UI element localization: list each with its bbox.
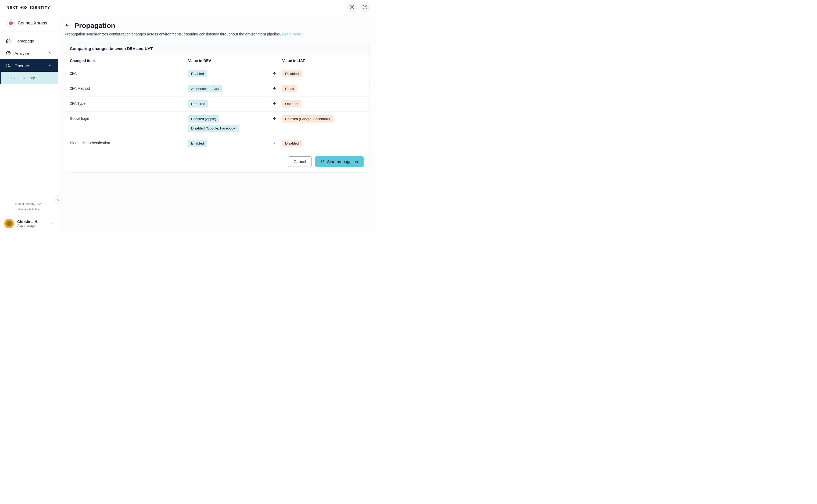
header-actions xyxy=(347,3,370,12)
changed-item-name: Social login xyxy=(70,115,188,121)
start-propagation-label: Start propagation xyxy=(327,159,358,164)
table-header: Changed item Value in DEV Value in UAT xyxy=(65,55,369,66)
table-row: Social loginEnabled (Apple)Disabled (Goo… xyxy=(65,111,369,136)
uat-value-badge: Email xyxy=(282,85,297,92)
dev-value-badge: Disabled (Google, Facebook) xyxy=(188,125,239,132)
uat-values: Disabled xyxy=(282,140,365,147)
chevron-left-icon xyxy=(56,198,60,202)
changed-item-name: 2FA xyxy=(70,70,188,75)
app-header: NEXT IDENTITY xyxy=(0,0,376,15)
copyright-text: © Next Identity, 2023. xyxy=(2,201,56,207)
avatar xyxy=(4,219,14,228)
brand-logo: NEXT IDENTITY xyxy=(6,5,50,10)
back-button[interactable] xyxy=(65,23,70,29)
arrow-right-icon xyxy=(266,100,282,106)
uat-values: Optional xyxy=(282,100,365,107)
main-content: Propagation Propagation synchronizes con… xyxy=(58,15,376,232)
card-title: Comparing changes between DEV and UAT xyxy=(65,42,369,55)
svg-point-3 xyxy=(351,6,353,8)
card-footer: Cancel Start propagation xyxy=(65,151,369,172)
dev-values: Required xyxy=(188,100,266,107)
uat-values: Disabled xyxy=(282,70,365,77)
table-row: 2FAEnabledDisabled xyxy=(65,66,369,81)
home-icon xyxy=(6,38,11,43)
logo-text-next: NEXT xyxy=(6,5,18,10)
user-info: Christina H. App manager xyxy=(17,219,47,228)
page-header: Propagation xyxy=(65,21,370,30)
sidebar-item-analyze[interactable]: Analyze xyxy=(0,47,58,59)
chart-icon xyxy=(6,51,11,56)
comparison-card: Comparing changes between DEV and UAT Ch… xyxy=(65,42,370,172)
sidebar-item-label: Inventory xyxy=(19,76,35,80)
arrow-left-icon xyxy=(65,23,70,29)
chevron-up-icon xyxy=(50,221,54,226)
table-row: 2FA TypeRequiredOptional xyxy=(65,96,369,111)
project-name: ConnectXpress xyxy=(18,21,47,26)
sidebar-item-label: Analyze xyxy=(15,51,29,56)
dev-values: Enabled (Apple)Disabled (Google, Faceboo… xyxy=(188,115,266,132)
learn-more-link[interactable]: Learn more. xyxy=(282,32,302,36)
help-icon xyxy=(362,5,367,10)
arrow-right-icon xyxy=(266,70,282,75)
user-name: Christina H. xyxy=(17,219,47,224)
project-logo xyxy=(7,19,15,27)
sub-arrow-icon xyxy=(11,75,16,80)
sidebar: ConnectXpress Homepage Analyze xyxy=(0,15,58,232)
logo-text-identity: IDENTITY xyxy=(30,5,50,10)
sidebar-collapse-button[interactable] xyxy=(54,196,62,204)
sidebar-item-homepage[interactable]: Homepage xyxy=(0,35,58,47)
chevron-down-icon xyxy=(48,51,52,56)
help-button[interactable] xyxy=(360,3,370,12)
changed-item-name: Biometric authentication xyxy=(70,140,188,145)
column-changed-item: Changed item xyxy=(70,59,188,63)
settings-button[interactable] xyxy=(347,3,357,12)
dev-values: Authenticator App xyxy=(188,85,266,92)
sidebar-item-label: Homepage xyxy=(15,39,34,43)
table-row: 2FA MethodAuthenticator AppEmail xyxy=(65,81,369,96)
dev-value-badge: Enabled xyxy=(188,140,207,147)
uat-value-badge: Optional xyxy=(282,100,301,107)
sidebar-item-operate[interactable]: Operate xyxy=(0,59,58,72)
uat-value-badge: Enabled (Google, Facebook) xyxy=(282,115,333,123)
uat-values: Enabled (Google, Facebook) xyxy=(282,115,365,123)
changed-item-name: 2FA Type xyxy=(70,100,188,106)
sidebar-item-label: Operate xyxy=(15,63,29,68)
user-role: App manager xyxy=(17,224,47,228)
uat-value-badge: Disabled xyxy=(282,70,302,77)
project-selector[interactable]: ConnectXpress xyxy=(2,15,56,31)
sidebar-item-inventory[interactable]: Inventory xyxy=(0,72,58,84)
sliders-icon xyxy=(6,63,11,68)
page-description: Propagation synchronizes configuration c… xyxy=(65,32,370,36)
sidebar-footer: © Next Identity, 2023. Privacy & Policy xyxy=(2,198,56,215)
uat-value-badge: Disabled xyxy=(282,140,302,147)
page-title: Propagation xyxy=(74,21,115,30)
table-body: 2FAEnabledDisabled2FA MethodAuthenticato… xyxy=(65,66,369,151)
dev-value-badge: Required xyxy=(188,100,208,107)
user-menu[interactable]: Christina H. App manager xyxy=(0,215,58,232)
chevron-up-icon xyxy=(48,63,52,68)
arrow-right-icon xyxy=(266,140,282,145)
arrow-right-icon xyxy=(266,85,282,91)
page-description-text: Propagation synchronizes configuration c… xyxy=(65,32,282,36)
dev-value-badge: Authenticator App xyxy=(188,85,222,92)
dev-value-badge: Enabled (Apple) xyxy=(188,115,219,123)
start-propagation-button[interactable]: Start propagation xyxy=(315,156,363,167)
dev-values: Enabled xyxy=(188,140,266,147)
arrow-right-icon xyxy=(266,115,282,121)
dev-values: Enabled xyxy=(188,70,266,77)
cancel-button[interactable]: Cancel xyxy=(288,156,312,167)
gear-icon xyxy=(350,5,354,10)
column-value-dev: Value in DEV xyxy=(188,59,266,63)
privacy-link[interactable]: Privacy & Policy xyxy=(2,207,56,215)
column-value-uat: Value in UAT xyxy=(282,59,365,63)
table-row: Biometric authenticationEnabledDisabled xyxy=(65,136,369,151)
dev-value-badge: Enabled xyxy=(188,70,207,77)
changed-item-name: 2FA Method xyxy=(70,85,188,91)
logo-icon xyxy=(20,5,28,10)
uat-values: Email xyxy=(282,85,365,92)
sidebar-nav: Homepage Analyze Operate xyxy=(0,31,58,198)
propagate-icon xyxy=(320,159,325,164)
